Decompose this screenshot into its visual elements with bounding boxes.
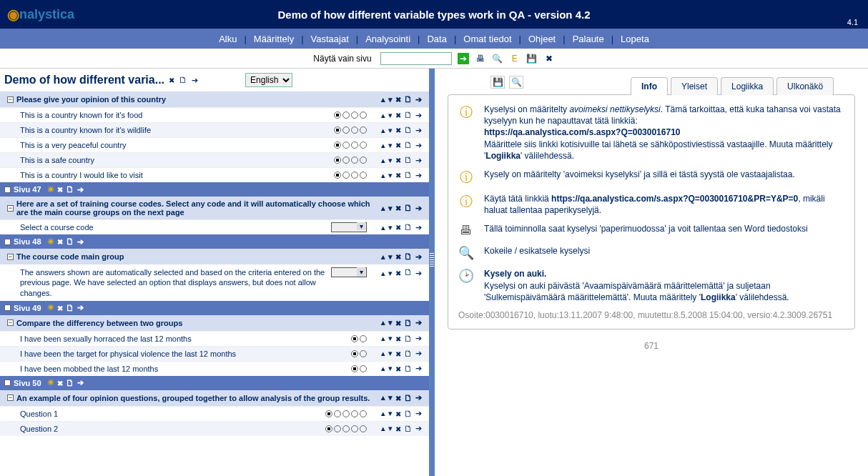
row-go-icon[interactable] (415, 223, 422, 232)
row-down-icon[interactable] (388, 409, 393, 418)
q-down-icon[interactable] (388, 393, 393, 402)
radio-option[interactable] (334, 157, 341, 164)
page-copy-icon[interactable] (66, 184, 74, 194)
q-copy-icon[interactable] (404, 94, 413, 104)
save-icon[interactable]: 💾 (526, 53, 538, 64)
radio-option[interactable] (342, 127, 350, 134)
info-icon[interactable]: ⓘ (458, 104, 474, 121)
page-delete-icon[interactable] (57, 185, 63, 194)
radio-option[interactable] (351, 365, 358, 372)
radio-option[interactable] (360, 111, 367, 119)
collapse-icon[interactable] (7, 96, 14, 103)
row-copy-icon[interactable] (404, 409, 413, 419)
question-header[interactable]: An example of four opinion questions, gr… (0, 390, 429, 406)
row-up-icon[interactable] (381, 349, 385, 358)
row-delete-icon[interactable] (395, 141, 401, 149)
collapse-icon[interactable] (4, 380, 11, 386)
row-down-icon[interactable] (388, 364, 393, 373)
tab-info[interactable]: Info (631, 77, 668, 95)
page-header[interactable]: Sivu 47 ☀ (0, 182, 429, 197)
row-up-icon[interactable] (381, 424, 385, 433)
radio-option[interactable] (360, 335, 367, 342)
row-delete-icon[interactable] (395, 334, 401, 343)
language-select[interactable]: English (245, 73, 292, 87)
page-header[interactable]: Sivu 50 ☀ (0, 376, 429, 390)
row-copy-icon[interactable] (404, 349, 413, 359)
collapse-icon[interactable] (7, 395, 14, 401)
row-up-icon[interactable] (381, 223, 385, 232)
nav-data[interactable]: Data (424, 34, 449, 44)
row-go-icon[interactable] (415, 141, 422, 150)
row-copy-icon[interactable] (404, 155, 413, 165)
question-header[interactable]: The course code main group (0, 249, 429, 264)
row-down-icon[interactable] (388, 349, 393, 358)
tools-icon[interactable]: ✖ (543, 53, 555, 64)
row-up-icon[interactable] (381, 334, 385, 343)
page-delete-icon[interactable] (57, 304, 63, 312)
row-delete-icon[interactable] (395, 268, 401, 278)
page-go-icon[interactable] (77, 185, 84, 194)
row-down-icon[interactable] (388, 126, 393, 135)
q-up-icon[interactable] (381, 95, 385, 104)
go-icon[interactable]: ➔ (458, 53, 469, 64)
tab-logiikka[interactable]: Logiikka (721, 77, 774, 95)
q-delete-icon[interactable] (395, 394, 401, 402)
q-up-icon[interactable] (381, 252, 385, 262)
title-delete-icon[interactable] (169, 76, 174, 84)
row-delete-icon[interactable] (395, 111, 401, 119)
q-go-icon[interactable] (415, 204, 422, 213)
export-icon[interactable]: E (509, 53, 521, 64)
q-down-icon[interactable] (388, 204, 393, 213)
row-down-icon[interactable] (388, 424, 393, 433)
page-copy-icon[interactable] (66, 237, 74, 247)
q-delete-icon[interactable] (395, 95, 401, 104)
page-go-icon[interactable] (77, 378, 84, 387)
radio-option[interactable] (342, 111, 350, 119)
row-up-icon[interactable] (381, 141, 385, 150)
detail-save-icon[interactable]: 💾 (490, 76, 505, 89)
radio-option[interactable] (360, 350, 367, 357)
q-go-icon[interactable] (415, 318, 422, 327)
nav-palaute[interactable]: Palaute (570, 34, 607, 44)
row-delete-icon[interactable] (395, 425, 401, 433)
radio-option[interactable] (360, 410, 367, 417)
preview-icon[interactable]: 🔍 (458, 245, 474, 261)
q-go-icon[interactable] (415, 252, 422, 262)
collapse-icon[interactable] (4, 239, 11, 245)
page-header[interactable]: Sivu 49 ☀ (0, 301, 429, 315)
radio-option[interactable] (342, 142, 350, 149)
title-copy-icon[interactable] (179, 75, 187, 85)
nav-lopeta[interactable]: Lopeta (618, 34, 652, 44)
page-go-icon[interactable] (77, 237, 84, 247)
q-copy-icon[interactable] (404, 203, 413, 213)
row-delete-icon[interactable] (395, 410, 401, 418)
q-up-icon[interactable] (381, 204, 385, 213)
row-copy-icon[interactable] (404, 364, 413, 374)
nav-määrittely[interactable]: Määrittely (251, 34, 297, 44)
print-icon[interactable]: 🖶 (475, 53, 486, 64)
row-delete-icon[interactable] (395, 171, 401, 179)
row-up-icon[interactable] (381, 171, 385, 180)
page-delete-icon[interactable] (57, 237, 63, 246)
row-copy-icon[interactable] (404, 222, 413, 232)
row-go-icon[interactable] (415, 334, 422, 343)
radio-option[interactable] (334, 142, 341, 149)
q-copy-icon[interactable] (404, 252, 413, 262)
radio-option[interactable] (351, 425, 358, 432)
page-delete-icon[interactable] (57, 379, 63, 387)
nav-ohjeet[interactable]: Ohjeet (526, 34, 558, 44)
radio-option[interactable] (342, 172, 350, 179)
row-up-icon[interactable] (381, 268, 385, 278)
q-copy-icon[interactable] (404, 393, 413, 403)
q-delete-icon[interactable] (395, 252, 401, 261)
row-copy-icon[interactable] (404, 140, 413, 150)
page-copy-icon[interactable] (66, 378, 74, 388)
q-go-icon[interactable] (415, 95, 422, 104)
collapse-icon[interactable] (7, 205, 14, 212)
row-copy-icon[interactable] (404, 125, 413, 135)
row-go-icon[interactable] (415, 409, 422, 418)
row-delete-icon[interactable] (395, 223, 401, 232)
radio-option[interactable] (351, 350, 358, 357)
page-go-icon[interactable] (77, 303, 84, 312)
row-go-icon[interactable] (415, 268, 422, 278)
